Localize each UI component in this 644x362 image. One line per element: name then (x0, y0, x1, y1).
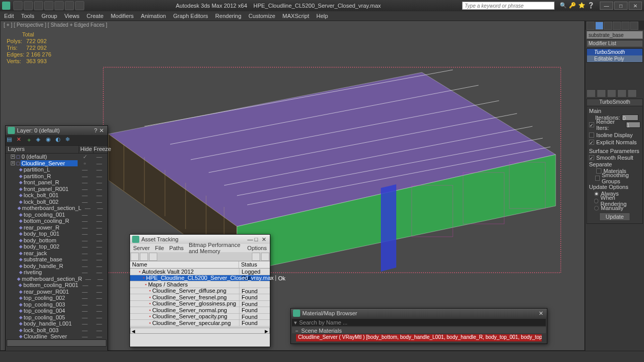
menu-graph-editors[interactable]: Graph Editors (173, 13, 208, 19)
show-end-result-button[interactable] (597, 89, 606, 98)
layer-row[interactable]: ◆lock_bolt_002—— (6, 199, 107, 205)
tree-view-button[interactable] (140, 253, 148, 261)
display-tab[interactable] (621, 22, 630, 30)
star-icon[interactable]: ⭐ (578, 2, 585, 9)
menu-maxscript[interactable]: MAXScript (283, 13, 309, 19)
always-radio[interactable] (594, 192, 599, 196)
layer-row[interactable]: ◆rear_power_R001—— (6, 289, 107, 295)
scene-materials-header[interactable]: － Scene Materials (292, 327, 546, 333)
asset-scrollbar[interactable]: ◄ ► (130, 328, 270, 334)
material-item[interactable]: Cloudline_Server ( VRayMtl ) [body_botto… (296, 334, 542, 341)
new-layer-icon[interactable]: ▤ (7, 136, 15, 144)
qat-button[interactable] (54, 1, 64, 10)
menu-help[interactable]: Help (317, 13, 328, 19)
explicit-normals-checkbox[interactable] (589, 140, 594, 145)
manually-radio[interactable] (594, 206, 599, 211)
layer-row[interactable]: ◆body_bottom—— (6, 237, 107, 244)
asset-row[interactable]: ▪ Cloudline_Server_normal.pngFound (130, 307, 270, 314)
layers-tree[interactable]: +▢0 (default)✓—+▢Cloudline_Server▫—◆part… (6, 154, 107, 338)
asset-grid[interactable]: Name Status ▪ Autodesk Vault 2012Logged … (130, 261, 270, 327)
maximize-icon[interactable]: □ (254, 236, 258, 242)
create-tab[interactable] (586, 22, 595, 30)
layer-row[interactable]: ◆top_cooling_003—— (6, 301, 107, 308)
search-icon[interactable]: 🔍 (560, 2, 567, 9)
material-dialog-header[interactable]: Material/Map Browser ✕ (291, 309, 547, 318)
modifier-editable-poly[interactable]: Editable Poly (587, 55, 642, 62)
hide-icon[interactable]: ◐ (56, 136, 64, 144)
minimize-icon[interactable]: — (247, 236, 253, 242)
material-browser-dialog[interactable]: Material/Map Browser ✕ ▾Search by Name .… (290, 308, 547, 344)
layer-row[interactable]: ◆body_top_002—— (6, 243, 107, 250)
asset-menu-options[interactable]: Options (247, 245, 267, 251)
layers-dialog-header[interactable]: Layer: 0 (default) ? ✕ (6, 126, 107, 135)
qat-button[interactable] (13, 1, 23, 10)
layer-row[interactable]: ◆riveting—— (6, 269, 107, 276)
object-name-field[interactable] (586, 31, 643, 39)
layer-row[interactable]: ◆Cloudline_Server—— (6, 333, 107, 338)
qat-button[interactable] (44, 1, 53, 10)
configure-sets-button[interactable] (628, 89, 637, 98)
qat-button[interactable] (34, 1, 43, 10)
object-name-input[interactable] (588, 31, 644, 39)
hierarchy-tab[interactable] (604, 22, 612, 30)
layers-col-hide[interactable]: Hide (79, 146, 93, 153)
materials-checkbox[interactable] (596, 168, 601, 174)
modifier-stack[interactable]: TurboSmoothEditable Poly (586, 48, 643, 63)
layer-row[interactable]: ◆lock_bolt_001—— (6, 192, 107, 199)
pin-stack-button[interactable] (586, 89, 596, 98)
layer-row[interactable]: ◆bottom_cooling_R001—— (6, 282, 107, 289)
layer-row[interactable]: ◆body_handle_R—— (6, 263, 107, 270)
layer-row[interactable]: ◆top_cooling_002—— (6, 295, 107, 301)
layer-row[interactable]: ◆front_panel_R—— (6, 179, 107, 186)
menu-modifiers[interactable]: Modifiers (111, 13, 134, 19)
asset-menu-paths[interactable]: Paths (169, 245, 183, 251)
app-icon[interactable] (2, 2, 10, 10)
refresh-button[interactable] (131, 253, 139, 261)
menu-group[interactable]: Group (42, 13, 58, 19)
viewport-label[interactable]: [ + ] [ Perspective ] [ Shaded + Edged F… (4, 22, 107, 28)
minimize-button[interactable]: — (600, 2, 613, 10)
menu-edit[interactable]: Edit (4, 13, 14, 19)
isoline-checkbox[interactable] (589, 132, 594, 138)
modify-tab[interactable] (595, 22, 603, 30)
asset-row[interactable]: ▪ Cloudline_Server_specular.pngFound (130, 320, 270, 327)
layers-scrollbar[interactable] (7, 339, 106, 347)
help-icon[interactable]: ❔ (587, 2, 595, 9)
layer-row[interactable]: ◆body_top_001—— (6, 231, 107, 237)
asset-row[interactable]: ▪ Cloudline_Server_diffuse.pngFound (130, 288, 270, 295)
layers-col-name[interactable]: Layers (6, 146, 79, 153)
asset-col-status[interactable]: Status (239, 261, 270, 268)
layer-row[interactable]: +▢0 (default)✓— (6, 154, 107, 160)
asset-row[interactable]: ▪ Cloudline_Server_fresnel.pngFound (130, 294, 270, 301)
iterations-spinner[interactable]: 0 (622, 115, 638, 121)
select-objects-icon[interactable]: ◈ (36, 136, 44, 144)
asset-col-name[interactable]: Name (130, 261, 239, 268)
modifier-list-dropdown[interactable]: Modifier List (586, 40, 643, 47)
layer-row[interactable]: ◆rear_power_R—— (6, 224, 107, 231)
menu-animation[interactable]: Animation (141, 13, 166, 19)
modifier-turbosmooth[interactable]: TurboSmooth (587, 49, 642, 55)
asset-row[interactable]: ▪ Cloudline_Server_glossiness.pngFound (130, 301, 270, 308)
layer-row[interactable]: ◆partition_L—— (6, 166, 107, 173)
close-icon[interactable]: ✕ (537, 310, 545, 317)
layer-row[interactable]: ◆rear_jack—— (6, 250, 107, 257)
delete-layer-icon[interactable]: ✕ (16, 136, 25, 144)
status-icon[interactable] (252, 253, 260, 261)
layers-dialog[interactable]: Layer: 0 (default) ? ✕ ▤ ✕ ＋ ◈ ◉ ◐ ❄ Lay… (5, 125, 108, 354)
menu-customize[interactable]: Customize (249, 13, 275, 19)
asset-row[interactable]: ▪ Cloudline_Server_opacity.pngFound (130, 314, 270, 320)
update-button[interactable]: Update (599, 213, 630, 221)
close-icon[interactable]: ✕ (260, 236, 268, 243)
asset-menu-file[interactable]: File (155, 245, 164, 251)
menu-create[interactable]: Create (86, 13, 103, 19)
key-icon[interactable]: 🔑 (569, 2, 576, 9)
layers-col-freeze[interactable]: Freeze (93, 146, 107, 153)
options-icon[interactable] (261, 253, 269, 261)
maximize-button[interactable]: □ (614, 2, 628, 10)
asset-menu-server[interactable]: Server (133, 245, 150, 251)
layer-row[interactable]: ◆lock_bolt_003—— (6, 327, 107, 334)
smooth-result-checkbox[interactable] (589, 155, 594, 160)
layer-row[interactable]: ◆bottom_cooling_R—— (6, 218, 107, 224)
when-rendering-radio[interactable] (594, 199, 599, 203)
add-to-layer-icon[interactable]: ＋ (26, 136, 34, 144)
